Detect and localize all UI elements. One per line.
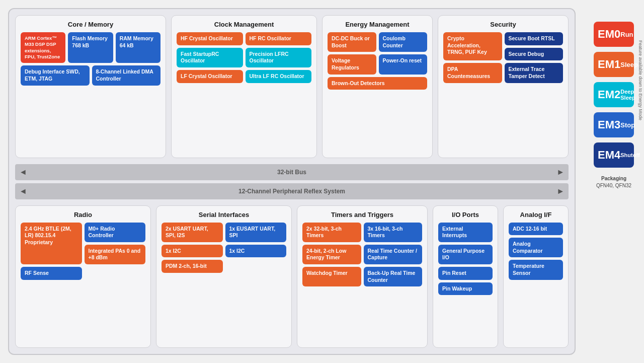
ram-block: RAM Memory 64 kB [116, 32, 160, 63]
bottom-row: Radio 2.4 GHz BTLE (2M, LR) 802.15.4 Pro… [15, 205, 569, 348]
serial-title: Serial Interfaces [162, 211, 286, 219]
io-grid: External Interrupts General Purpose I/O … [438, 223, 493, 296]
pin-reset-block: Pin Reset [438, 267, 493, 280]
ext-int-block: External Interrupts [438, 223, 493, 242]
em1-label: Sleep [620, 61, 638, 68]
serial-section: Serial Interfaces 2x USART UART, SPI, I2… [156, 205, 292, 348]
dpa-block: DPA Countemeasures [443, 63, 502, 83]
temp-block: Temperature Sensor [509, 260, 563, 279]
sidebar-vertical-label: Feature available down to Energy Mode [638, 40, 643, 120]
ext-trace-block: External Trace Tamper Detect [505, 63, 564, 83]
main-diagram: Core / Memory ARM Cortex™ M33 DSP DSP ex… [0, 0, 584, 363]
em2-label: DeepSleep [620, 89, 635, 101]
em3-number: EM3 [598, 118, 620, 131]
em1-number: EM1 [598, 58, 620, 71]
analog-title: Analog I/F [509, 211, 563, 219]
arm-block: ARM Cortex™ M33 DSP DSP extensions, FPU,… [21, 32, 65, 63]
radio-section: Radio 2.4 GHz BTLE (2M, LR) 802.15.4 Pro… [15, 205, 151, 348]
radio-grid: 2.4 GHz BTLE (2M, LR) 802.15.4 Proprieta… [21, 223, 145, 280]
security-grid: Crypto Acceleration, TRNG, PUF Key Secur… [443, 32, 563, 83]
hf-rc-block: HF RC Oscillator [246, 32, 312, 45]
em4-block: EM4 Shutoff [594, 142, 634, 168]
core-top-grid: ARM Cortex™ M33 DSP DSP extensions, FPU,… [21, 32, 160, 63]
dma-block: 8-Channel Linked DMA Controller [92, 65, 161, 85]
backup-rt-block: Back-Up Real Time Counter [364, 267, 423, 286]
analog-grid: ADC 12-16 bit Analog Comparator Temperat… [509, 223, 563, 280]
secure-debug-block: Secure Debug [505, 48, 564, 61]
hf-crystal-block: HF Crystal Oscillator [177, 32, 243, 45]
serial-grid: 2x USART UART, SPI, I2S 1x EUSART UART, … [162, 223, 286, 273]
em4-number: EM4 [598, 149, 620, 162]
watchdog-block: Watchdog Timer [302, 267, 361, 286]
voltage-block: Voltage Regulators [328, 54, 376, 74]
packaging-value: QFN40, QFN32 [596, 183, 631, 188]
top-row: Core / Memory ARM Cortex™ M33 DSP DSP ex… [15, 15, 569, 158]
timer16-block: 3x 16-bit, 3-ch Timers [364, 223, 423, 242]
em2-number: EM2 [598, 88, 620, 101]
bus-area: 32-bit Bus 12-Channel Peripheral Reflex … [15, 162, 569, 201]
coulomb-block: Coulomb Counter [379, 32, 428, 52]
em0-label: Run [620, 31, 633, 38]
low-energy-timer-block: 24-bit, 2-ch Low Energy Timer [302, 245, 361, 264]
usart-block: 2x USART UART, SPI, I2S [162, 223, 223, 242]
em3-block: EM3 Stop [594, 112, 634, 137]
bus-reflex: 12-Channel Peripheral Reflex System [15, 183, 569, 199]
em3-label: Stop [620, 121, 635, 129]
timers-section: Timers and Triggers 2x 32-bit, 3-ch Time… [297, 205, 428, 348]
radio-title: Radio [21, 211, 145, 219]
em2-block: EM2 DeepSleep [594, 82, 634, 107]
core-bottom-grid: Debug Interface SWD, ETM, JTAG 8-Channel… [21, 65, 160, 85]
em0-number: EM0 [598, 28, 620, 41]
clock-section: Clock Management HF Crystal Oscillator H… [171, 15, 317, 158]
real-time-block: Real Time Counter / Capture [364, 245, 423, 264]
packaging-title: Packaging [601, 176, 626, 181]
em1-block: EM1 Sleep [594, 52, 634, 77]
security-title: Security [443, 21, 563, 28]
io-section: I/O Ports External Interrupts General Pu… [433, 205, 498, 348]
timers-grid: 2x 32-bit, 3-ch Timers 3x 16-bit, 3-ch T… [302, 223, 422, 287]
clock-grid: HF Crystal Oscillator HF RC Oscillator F… [177, 32, 311, 83]
freq-block: 2.4 GHz BTLE (2M, LR) 802.15.4 Proprieta… [21, 223, 82, 265]
secure-boot-block: Secure Boot RTSL [505, 32, 564, 45]
rf-sense-block: RF Sense [21, 267, 82, 280]
i2c1-block: 1x I2C [162, 245, 223, 258]
outer-box: Core / Memory ARM Cortex™ M33 DSP DSP ex… [8, 8, 576, 355]
debug-block: Debug Interface SWD, ETM, JTAG [21, 65, 90, 85]
core-memory-section: Core / Memory ARM Cortex™ M33 DSP DSP ex… [15, 15, 166, 158]
timer32-block: 2x 32-bit, 3-ch Timers [302, 223, 361, 242]
analog-comp-block: Analog Comparator [509, 238, 563, 257]
io-title: I/O Ports [438, 211, 493, 219]
lf-crystal-block: LF Crystal Oscillator [177, 70, 243, 83]
packaging-info: Packaging QFN40, QFN32 [596, 175, 631, 189]
ultra-lf-block: Ultra LF RC Oscillator [246, 70, 312, 83]
adc-block: ADC 12-16 bit [509, 223, 563, 236]
energy-grid: DC-DC Buck or Boost Coulomb Counter Volt… [328, 32, 427, 90]
integrated-pa-block: Integrated PAs 0 and +8 dBm [85, 245, 146, 264]
em0-block: EM0 Run [594, 22, 634, 47]
bus-32bit: 32-bit Bus [15, 164, 569, 180]
brown-out-block: Brown-Out Detectors [328, 77, 427, 90]
energy-title: Energy Management [328, 21, 427, 28]
energy-section: Energy Management DC-DC Buck or Boost Co… [322, 15, 433, 158]
pin-wakeup-block: Pin Wakeup [438, 282, 493, 296]
m0-radio-block: M0+ Radio Controller [85, 223, 146, 242]
timers-title: Timers and Triggers [302, 211, 422, 219]
power-on-block: Power-On reset [379, 54, 428, 74]
i2c2-block: 1x I2C [225, 245, 287, 258]
clock-title: Clock Management [177, 21, 311, 28]
security-section: Security Crypto Acceleration, TRNG, PUF … [438, 15, 569, 158]
pdm-block: PDM 2-ch, 16-bit [162, 260, 223, 273]
sidebar: Feature available down to Energy Mode EM… [584, 0, 644, 363]
fast-startup-block: Fast StartupRC Oscillator [177, 48, 243, 67]
flash-block: Flash Memory 768 kB [68, 32, 113, 63]
analog-section: Analog I/F ADC 12-16 bit Analog Comparat… [503, 205, 569, 348]
dcdc-block: DC-DC Buck or Boost [328, 32, 376, 52]
core-title: Core / Memory [21, 21, 160, 28]
em4-label: Shutoff [620, 152, 639, 158]
crypto-block: Crypto Acceleration, TRNG, PUF Key [443, 32, 502, 60]
eusart-block: 1x EUSART UART, SPI [225, 223, 287, 242]
precision-lfrc-block: Precision LFRC Oscillator [246, 48, 312, 67]
gen-purpose-block: General Purpose I/O [438, 245, 493, 264]
